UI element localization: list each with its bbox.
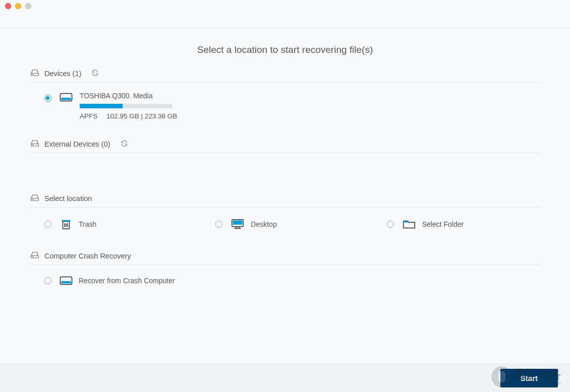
trash-icon [60, 218, 73, 231]
crash-recovery-option[interactable]: Recover from Crash Computer [30, 274, 540, 287]
close-window-button[interactable] [5, 3, 11, 9]
main-content: Select a location to start recovering fi… [0, 28, 570, 287]
external-devices-header: External Devices (0) [30, 139, 540, 153]
drive-icon [30, 69, 39, 78]
select-folder-radio[interactable] [387, 221, 394, 228]
device-body: TOSHIBA Q300. Media APFS 102.95 GB | 223… [60, 92, 177, 120]
crash-recovery-option-label: Recover from Crash Computer [79, 277, 175, 285]
fullscreen-window-button[interactable] [25, 3, 31, 9]
svg-rect-22 [61, 281, 71, 284]
devices-label: Devices (1) [44, 70, 81, 78]
refresh-external-button[interactable] [121, 140, 128, 149]
device-name: TOSHIBA Q300. Media [80, 92, 177, 100]
desktop-label: Desktop [251, 220, 276, 228]
desktop-radio[interactable] [215, 221, 222, 228]
crash-recovery-radio[interactable] [44, 277, 51, 284]
select-location-section: Select location Trash [30, 193, 540, 232]
hard-drive-icon [60, 92, 73, 103]
drive-icon [30, 251, 39, 260]
page-title: Select a location to start recovering fi… [30, 28, 540, 69]
start-button[interactable]: Start [500, 369, 558, 387]
device-usage-bar [80, 104, 173, 108]
folder-icon [402, 218, 416, 230]
desktop-icon [231, 218, 245, 231]
device-fs: APFS [80, 112, 97, 120]
refresh-devices-button[interactable] [91, 69, 99, 78]
svg-rect-9 [62, 220, 71, 222]
device-size: 102.95 GB | 223.38 GB [106, 112, 177, 120]
toolbar-spacer [0, 12, 570, 28]
svg-rect-3 [61, 98, 71, 100]
minimize-window-button[interactable] [15, 3, 21, 9]
crash-recovery-section: Computer Crash Recovery Recover from Cra… [30, 251, 540, 287]
devices-header: Devices (1) [30, 69, 540, 83]
crash-recovery-header: Computer Crash Recovery [30, 251, 540, 265]
location-option-desktop[interactable]: Desktop [201, 217, 368, 232]
svg-rect-18 [403, 221, 408, 222]
devices-section: Devices (1) TOSHIBA Q300. Media [30, 69, 540, 120]
drive-icon [30, 193, 39, 203]
footer-bar: Start [0, 364, 570, 392]
select-location-header: Select location [30, 193, 540, 208]
device-radio[interactable] [44, 95, 51, 102]
trash-label: Trash [79, 220, 96, 228]
hard-drive-icon [60, 275, 73, 286]
location-options: Trash Desktop [30, 217, 540, 232]
location-option-select-folder[interactable]: Select Folder [373, 217, 540, 232]
device-option-toshiba[interactable]: TOSHIBA Q300. Media APFS 102.95 GB | 223… [30, 92, 540, 120]
select-folder-label: Select Folder [422, 220, 464, 228]
trash-radio[interactable] [44, 221, 51, 228]
location-option-trash[interactable]: Trash [30, 217, 197, 232]
external-devices-label: External Devices (0) [44, 140, 110, 148]
crash-recovery-label: Computer Crash Recovery [44, 252, 131, 260]
drive-icon [30, 139, 39, 149]
device-usage-fill [80, 104, 123, 108]
external-devices-section: External Devices (0) [30, 139, 540, 174]
svg-rect-14 [233, 221, 243, 225]
select-location-label: Select location [44, 194, 92, 203]
window-titlebar [0, 0, 570, 12]
device-meta: APFS 102.95 GB | 223.38 GB [80, 112, 177, 120]
